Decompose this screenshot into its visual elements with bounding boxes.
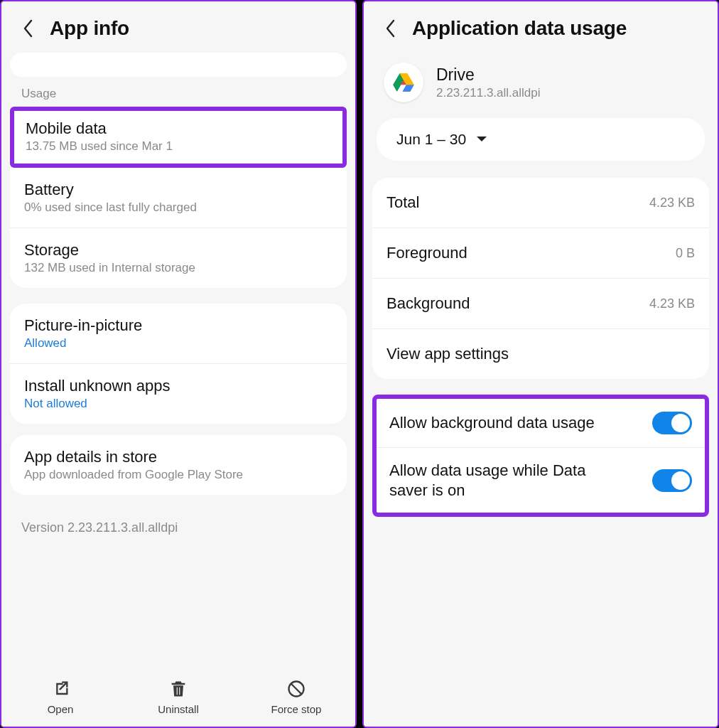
bottom-bar: Open Uninstall Force stop — [1, 673, 355, 727]
date-range-label: Jun 1 – 30 — [396, 131, 466, 148]
view-app-settings[interactable]: View app settings — [372, 329, 709, 379]
storage-item[interactable]: Storage 132 MB used in Internal storage — [10, 228, 347, 288]
allow-data-saver-label: Allow data usage while Data saver is on — [389, 461, 624, 500]
app-name: Drive — [436, 65, 541, 85]
open-icon — [50, 679, 70, 699]
date-range-selector[interactable]: Jun 1 – 30 — [377, 118, 705, 161]
permissions-card: Picture-in-picture Allowed Install unkno… — [10, 304, 347, 424]
unknown-apps-item[interactable]: Install unknown apps Not allowed — [10, 364, 347, 424]
pip-title: Picture-in-picture — [24, 316, 333, 335]
uninstall-button[interactable]: Uninstall — [129, 679, 228, 715]
app-details-item[interactable]: App details in store App downloaded from… — [10, 435, 347, 495]
view-app-settings-label: View app settings — [386, 345, 509, 363]
allow-data-saver-row[interactable]: Allow data usage while Data saver is on — [377, 448, 705, 513]
app-row: Drive 2.23.211.3.all.alldpi — [364, 53, 718, 115]
mobile-data-sub: 13.75 MB used since Mar 1 — [26, 139, 331, 154]
force-stop-label: Force stop — [271, 703, 322, 715]
chevron-down-icon — [476, 136, 487, 143]
back-icon[interactable] — [384, 21, 398, 36]
page-title: Application data usage — [412, 17, 627, 40]
battery-title: Battery — [24, 181, 333, 199]
usage-card-top: Mobile data 13.75 MB used since Mar 1 — [10, 107, 347, 168]
header: Application data usage — [364, 1, 718, 53]
unknown-apps-title: Install unknown apps — [24, 377, 333, 395]
total-value: 4.23 KB — [649, 196, 695, 210]
stop-icon — [286, 679, 306, 699]
pip-item[interactable]: Picture-in-picture Allowed — [10, 304, 347, 364]
app-details-title: App details in store — [24, 448, 333, 466]
section-label-usage: Usage — [1, 87, 355, 107]
page-title: App info — [50, 17, 129, 40]
allow-bg-data-row[interactable]: Allow background data usage — [377, 399, 705, 448]
app-meta: Drive 2.23.211.3.all.alldpi — [436, 65, 541, 100]
details-card: App details in store App downloaded from… — [10, 435, 347, 495]
background-row: Background 4.23 KB — [372, 279, 709, 329]
toggles-card: Allow background data usage Allow data u… — [372, 395, 709, 517]
header: App info — [1, 1, 355, 53]
background-label: Background — [386, 294, 470, 313]
open-button[interactable]: Open — [11, 679, 110, 715]
unknown-apps-status: Not allowed — [24, 397, 333, 411]
total-label: Total — [386, 193, 419, 212]
back-icon[interactable] — [21, 21, 36, 36]
version-label: Version 2.23.211.3.all.alldpi — [1, 500, 355, 555]
app-details-sub: App downloaded from Google Play Store — [24, 468, 333, 482]
trash-icon — [168, 679, 188, 699]
app-package: 2.23.211.3.all.alldpi — [436, 86, 541, 100]
allow-bg-data-label: Allow background data usage — [389, 413, 595, 433]
allow-bg-data-toggle[interactable] — [652, 412, 692, 434]
open-label: Open — [48, 703, 74, 715]
background-value: 4.23 KB — [649, 296, 695, 311]
storage-title: Storage — [24, 241, 333, 259]
force-stop-button[interactable]: Force stop — [247, 679, 346, 715]
uninstall-label: Uninstall — [158, 703, 199, 715]
total-row: Total 4.23 KB — [372, 178, 709, 228]
data-usage-screen: Application data usage Drive — [362, 0, 719, 728]
card-peek — [10, 53, 347, 77]
allow-data-saver-toggle[interactable] — [652, 469, 692, 492]
battery-item[interactable]: Battery 0% used since last fully charged — [10, 168, 347, 228]
storage-sub: 132 MB used in Internal storage — [24, 261, 333, 275]
mobile-data-item[interactable]: Mobile data 13.75 MB used since Mar 1 — [10, 107, 347, 168]
drive-app-icon — [384, 63, 423, 102]
mobile-data-title: Mobile data — [26, 119, 331, 138]
foreground-label: Foreground — [386, 244, 467, 262]
foreground-value: 0 B — [676, 246, 695, 261]
battery-sub: 0% used since last fully charged — [24, 200, 333, 215]
pip-status: Allowed — [24, 336, 333, 350]
usage-card: Battery 0% used since last fully charged… — [10, 168, 347, 288]
app-info-screen: App info Usage Mobile data 13.75 MB used… — [0, 0, 357, 728]
svg-line-1 — [291, 684, 301, 694]
usage-card: Total 4.23 KB Foreground 0 B Background … — [372, 178, 709, 379]
foreground-row: Foreground 0 B — [372, 228, 709, 279]
